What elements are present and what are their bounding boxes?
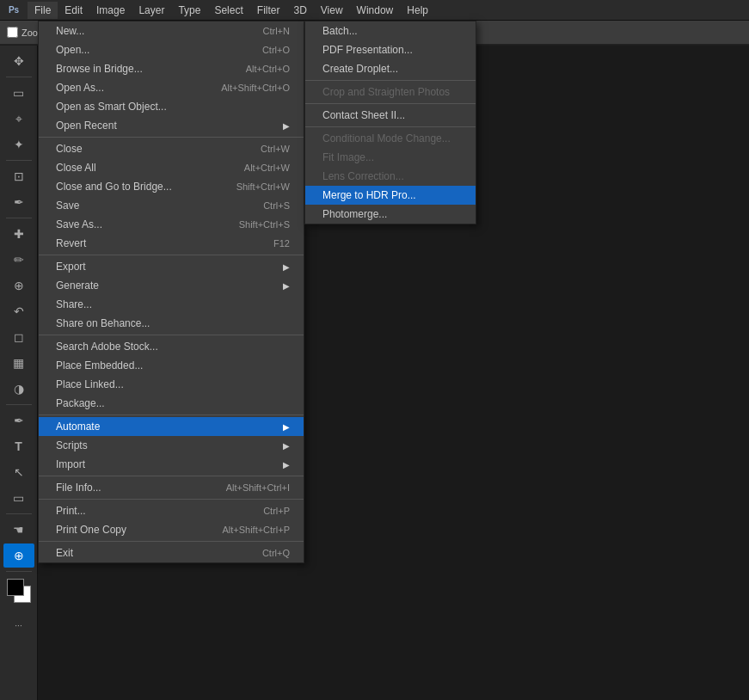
menu-edit[interactable]: Edit — [58, 2, 89, 19]
file-menu-dropdown: New... Ctrl+N Open... Ctrl+O Browse in B… — [38, 21, 304, 563]
tool-shape[interactable]: ▭ — [3, 486, 34, 510]
automate-item-batch[interactable]: Batch... — [305, 21, 476, 40]
menu-view[interactable]: View — [314, 2, 350, 19]
zoom-windows-checkbox[interactable] — [7, 27, 18, 38]
menu-item-file-info-shortcut: Alt+Shift+Ctrl+I — [226, 482, 290, 493]
menu-item-search-stock[interactable]: Search Adobe Stock... — [39, 337, 304, 356]
automate-sep-3 — [305, 126, 476, 127]
menu-item-share-behance[interactable]: Share on Behance... — [39, 314, 304, 333]
automate-item-photomerge[interactable]: Photomerge... — [305, 205, 476, 224]
menu-item-print[interactable]: Print... Ctrl+P — [39, 501, 304, 520]
automate-item-lens-correction-label: Lens Correction... — [322, 170, 404, 182]
tool-divider-6 — [6, 571, 32, 572]
tool-dodge[interactable]: ◑ — [3, 377, 34, 401]
color-swatches[interactable] — [3, 575, 34, 606]
menu-item-new[interactable]: New... Ctrl+N — [39, 21, 304, 40]
menu-item-open-shortcut: Ctrl+O — [262, 45, 290, 55]
tool-extras[interactable]: ··· — [3, 613, 34, 637]
tool-crop[interactable]: ⊡ — [3, 164, 34, 188]
tool-divider-4 — [6, 404, 32, 405]
menu-item-new-label: New... — [56, 25, 84, 37]
tool-clone[interactable]: ⊕ — [3, 273, 34, 298]
menu-layer[interactable]: Layer — [132, 2, 171, 19]
menu-item-file-info-label: File Info... — [56, 482, 101, 494]
automate-item-contact-sheet[interactable]: Contact Sheet II... — [305, 106, 476, 125]
menu-sep-6 — [39, 499, 304, 500]
menu-item-exit[interactable]: Exit Ctrl+Q — [39, 543, 304, 562]
menu-item-generate[interactable]: Generate ▶ — [39, 276, 304, 295]
tool-pen[interactable]: ✒ — [3, 408, 34, 433]
menu-item-close-all[interactable]: Close All Alt+Ctrl+W — [39, 158, 304, 177]
tool-brush[interactable]: ✏ — [3, 248, 34, 272]
menu-item-place-linked[interactable]: Place Linked... — [39, 375, 304, 394]
tool-zoom[interactable]: ⊕ — [3, 543, 34, 568]
tool-move[interactable]: ✥ — [3, 49, 34, 73]
tool-hand[interactable]: ☚ — [3, 518, 34, 542]
menu-item-file-info[interactable]: File Info... Alt+Shift+Ctrl+I — [39, 478, 304, 497]
menu-item-save-as[interactable]: Save As... Shift+Ctrl+S — [39, 215, 304, 234]
tool-gradient[interactable]: ▦ — [3, 351, 34, 375]
automate-item-merge-hdr[interactable]: Merge to HDR Pro... — [305, 186, 476, 205]
tool-eyedropper[interactable]: ✒ — [3, 190, 34, 214]
menu-item-open-as[interactable]: Open As... Alt+Shift+Ctrl+O — [39, 78, 304, 97]
menu-item-save-label: Save — [56, 200, 79, 212]
menu-item-browse-bridge-label: Browse in Bridge... — [56, 63, 143, 75]
tool-magic-wand[interactable]: ✦ — [3, 132, 34, 157]
menu-item-open-as-label: Open As... — [56, 82, 104, 94]
menu-item-save[interactable]: Save Ctrl+S — [39, 196, 304, 215]
menu-item-open-recent[interactable]: Open Recent ▶ — [39, 116, 304, 135]
menu-item-search-stock-label: Search Adobe Stock... — [56, 341, 158, 353]
menu-item-share[interactable]: Share... — [39, 295, 304, 314]
menu-sep-5 — [39, 476, 304, 476]
menu-item-print-one-shortcut: Alt+Shift+Ctrl+P — [222, 525, 290, 535]
menu-help[interactable]: Help — [400, 2, 435, 19]
menu-item-import[interactable]: Import ▶ — [39, 455, 304, 474]
menu-3d[interactable]: 3D — [286, 2, 313, 19]
menu-item-close-bridge[interactable]: Close and Go to Bridge... Shift+Ctrl+W — [39, 177, 304, 196]
automate-submenu: Batch... PDF Presentation... Create Drop… — [304, 21, 476, 224]
menu-item-browse-bridge-shortcut: Alt+Ctrl+O — [246, 64, 290, 74]
app-icon: Ps — [3, 0, 24, 21]
menu-item-open-smart[interactable]: Open as Smart Object... — [39, 97, 304, 116]
menu-item-scripts[interactable]: Scripts ▶ — [39, 436, 304, 455]
tool-eraser[interactable]: ◻ — [3, 325, 34, 349]
menu-item-generate-label: Generate — [56, 279, 99, 292]
menu-item-place-embedded-label: Place Embedded... — [56, 359, 143, 371]
menu-item-revert[interactable]: Revert F12 — [39, 234, 304, 253]
automate-sep-2 — [305, 103, 476, 104]
menu-item-save-shortcut: Ctrl+S — [263, 200, 290, 211]
menu-item-package[interactable]: Package... — [39, 394, 304, 413]
menu-item-close[interactable]: Close Ctrl+W — [39, 139, 304, 158]
tool-history[interactable]: ↶ — [3, 299, 34, 323]
automate-item-droplet[interactable]: Create Droplet... — [305, 59, 476, 78]
menu-window[interactable]: Window — [350, 2, 401, 19]
menu-item-browse-bridge[interactable]: Browse in Bridge... Alt+Ctrl+O — [39, 59, 304, 78]
menu-file[interactable]: File — [28, 2, 58, 19]
automate-item-pdf[interactable]: PDF Presentation... — [305, 40, 476, 59]
menu-item-print-shortcut: Ctrl+P — [263, 506, 290, 516]
menu-item-share-behance-label: Share on Behance... — [56, 317, 150, 329]
menu-item-close-all-shortcut: Alt+Ctrl+W — [244, 163, 290, 173]
automate-item-batch-label: Batch... — [322, 25, 358, 37]
menu-item-place-linked-label: Place Linked... — [56, 378, 124, 390]
tool-path-select[interactable]: ↖ — [3, 460, 34, 484]
menu-item-close-bridge-shortcut: Shift+Ctrl+W — [236, 181, 290, 192]
menu-item-print-one[interactable]: Print One Copy Alt+Shift+Ctrl+P — [39, 520, 304, 539]
menu-item-automate[interactable]: Automate ▶ — [39, 417, 304, 436]
tool-type[interactable]: T — [3, 434, 34, 458]
menu-type[interactable]: Type — [171, 2, 207, 19]
tool-lasso[interactable]: ⌖ — [3, 107, 34, 131]
menu-item-new-shortcut: Ctrl+N — [263, 26, 290, 36]
menu-select[interactable]: Select — [207, 2, 249, 19]
menu-filter[interactable]: Filter — [250, 2, 287, 19]
menu-item-place-embedded[interactable]: Place Embedded... — [39, 356, 304, 375]
tool-divider-3 — [6, 218, 32, 218]
foreground-color-swatch[interactable] — [7, 579, 24, 596]
menu-item-exit-label: Exit — [56, 547, 73, 559]
menu-image[interactable]: Image — [89, 2, 132, 19]
menu-item-open-label: Open... — [56, 44, 89, 56]
tool-marquee[interactable]: ▭ — [3, 81, 34, 105]
tool-healing[interactable]: ✚ — [3, 222, 34, 246]
menu-item-export[interactable]: Export ▶ — [39, 257, 304, 276]
menu-item-open[interactable]: Open... Ctrl+O — [39, 40, 304, 59]
